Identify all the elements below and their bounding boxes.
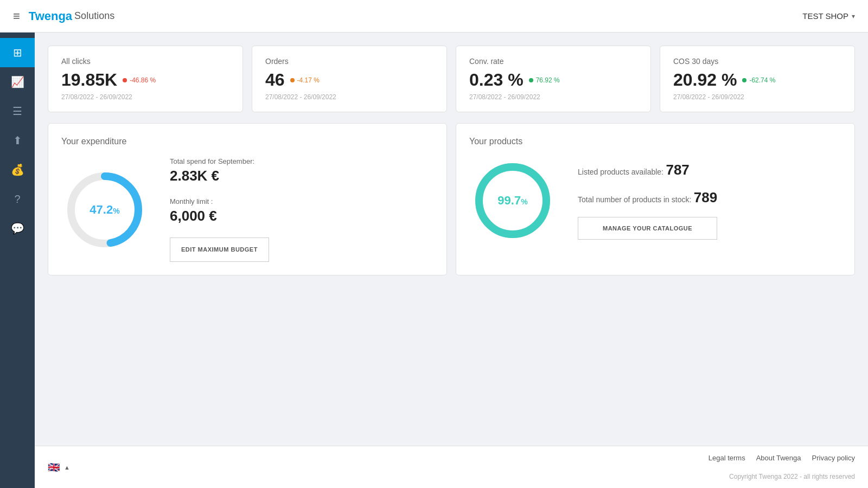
hamburger-menu-icon[interactable]: ≡ [13,9,20,23]
shop-selector[interactable]: TEST SHOP ▾ [802,11,855,21]
stat-card-conv-number: 0.23 % [469,70,524,90]
badge-dot-red [123,78,127,82]
products-panel: Your products 99.7% Listed pro [456,123,855,275]
stat-card-cos-value-row: 20.92 % -62.74 % [673,70,841,90]
stat-card-clicks-number: 19.85K [61,70,117,90]
expenditure-total-label: Total spend for September: [170,157,269,165]
expenditure-total: Total spend for September: 2.83K € [170,157,269,184]
manage-catalogue-button[interactable]: MANAGE YOUR CATALOGUE [578,217,717,240]
stat-card-cos-date: 27/08/2022 - 26/09/2022 [673,93,841,101]
products-donut: 99.7% [469,157,556,244]
sidebar-item-help[interactable]: ? [0,184,35,214]
sidebar-item-messages[interactable]: 💬 [0,214,35,243]
products-info: Listed products available: 787 Total num… [578,162,717,240]
language-flag-icon: 🇬🇧 [48,461,60,473]
topnav-left: ≡ Twenga Solutions [13,9,114,23]
stat-card-conv-value-row: 0.23 % 76.92 % [469,70,637,90]
stat-card-conv-title: Conv. rate [469,57,637,66]
expenditure-donut-label: 47.2% [90,203,119,217]
stat-card-orders-date: 27/08/2022 - 26/09/2022 [265,93,433,101]
logo-solutions: Solutions [74,10,114,22]
stat-card-orders-number: 46 [265,70,285,90]
footer-right: Legal terms About Twenga Privacy policy … [709,454,855,480]
stat-card-clicks-date: 27/08/2022 - 26/09/2022 [61,93,229,101]
products-donut-label: 99.7% [497,194,527,208]
products-stock-count: 789 [694,189,717,206]
sidebar-item-analytics[interactable]: 📈 [0,67,35,97]
logo-twenga: Twenga [29,9,72,23]
stat-card-clicks-title: All clicks [61,57,229,66]
stat-card-clicks: All clicks 19.85K -46.86 % 27/08/2022 - … [48,46,243,112]
messages-icon: 💬 [11,222,24,235]
shop-name: TEST SHOP [802,11,848,21]
stat-card-orders-value-row: 46 -4.17 % [265,70,433,90]
stat-card-orders-badge: -4.17 % [290,76,320,84]
privacy-policy-link[interactable]: Privacy policy [812,454,855,462]
expenditure-panel: Your expenditure 47.2% [48,123,447,275]
expenditure-donut: 47.2% [61,166,148,253]
products-panel-title: Your products [469,137,841,146]
sidebar-item-budget[interactable]: 💰 [0,155,35,184]
products-stock-label: Total number of products in stock: [578,195,691,204]
badge-dot-orange [290,78,295,82]
footer-left: 🇬🇧 ▲ [48,461,70,473]
help-icon: ? [14,193,20,206]
products-listed-label: Listed products available: [578,168,663,176]
logo: Twenga Solutions [29,9,114,23]
budget-icon: 💰 [11,163,24,176]
sidebar-item-catalog[interactable]: ☰ [0,97,35,126]
expenditure-content: 47.2% Total spend for September: 2.83K €… [61,157,433,262]
expenditure-panel-title: Your expenditure [61,137,433,146]
expenditure-total-value: 2.83K € [170,168,269,184]
sidebar-item-dashboard[interactable]: ⊞ [0,38,35,67]
stat-cards-row: All clicks 19.85K -46.86 % 27/08/2022 - … [48,46,855,112]
stat-card-orders-title: Orders [265,57,433,66]
products-listed-count: 787 [666,162,689,178]
footer-links: Legal terms About Twenga Privacy policy [709,454,855,462]
expenditure-monthly: Monthly limit : 6,000 € [170,197,269,224]
stat-card-conv-rate: Conv. rate 0.23 % 76.92 % 27/08/2022 - 2… [456,46,651,112]
expenditure-info: Total spend for September: 2.83K € Month… [170,157,269,262]
catalog-icon: ☰ [12,105,22,118]
expenditure-monthly-value: 6,000 € [170,208,269,224]
badge-dot-green-cos [742,78,746,82]
language-chevron-up-icon[interactable]: ▲ [64,464,70,471]
edit-budget-button[interactable]: EDIT MAXIMUM BUDGET [170,237,269,262]
stat-card-clicks-value-row: 19.85K -46.86 % [61,70,229,90]
top-navigation: ≡ Twenga Solutions TEST SHOP ▾ [0,0,868,33]
stat-card-cos: COS 30 days 20.92 % -62.74 % 27/08/2022 … [660,46,855,112]
stat-card-conv-date: 27/08/2022 - 26/09/2022 [469,93,637,101]
expenditure-monthly-label: Monthly limit : [170,197,269,206]
stat-card-orders: Orders 46 -4.17 % 27/08/2022 - 26/09/202… [252,46,447,112]
stat-card-cos-title: COS 30 days [673,57,841,66]
stat-card-conv-badge: 76.92 % [529,76,560,84]
footer-copyright: Copyright Twenga 2022 - all rights reser… [729,473,855,480]
products-content: 99.7% Listed products available: 787 Tot… [469,157,841,244]
upload-icon: ⬆ [13,134,22,147]
sidebar: ⊞ 📈 ☰ ⬆ 💰 ? 💬 [0,33,35,488]
main-content: All clicks 19.85K -46.86 % 27/08/2022 - … [35,33,868,488]
panels-row: Your expenditure 47.2% [48,123,855,275]
shop-dropdown-arrow: ▾ [852,12,855,20]
stat-card-cos-number: 20.92 % [673,70,737,90]
products-listed: Listed products available: 787 [578,162,717,178]
products-stock: Total number of products in stock: 789 [578,189,717,206]
analytics-icon: 📈 [11,75,24,88]
dashboard-icon: ⊞ [13,46,22,59]
badge-dot-green [529,78,533,82]
about-twenga-link[interactable]: About Twenga [756,454,801,462]
stat-card-cos-badge: -62.74 % [742,76,775,84]
footer: 🇬🇧 ▲ Legal terms About Twenga Privacy po… [35,446,868,488]
stat-card-clicks-badge: -46.86 % [123,76,156,84]
legal-terms-link[interactable]: Legal terms [709,454,745,462]
sidebar-item-upload[interactable]: ⬆ [0,126,35,155]
